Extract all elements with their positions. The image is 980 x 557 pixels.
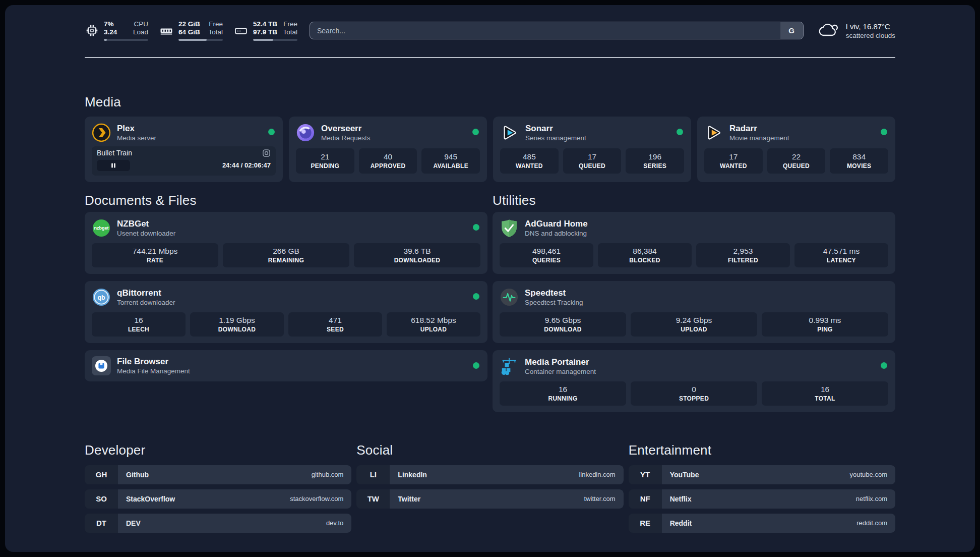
search-engine-button[interactable]: G xyxy=(780,22,803,39)
bookmark-name: YouTube xyxy=(670,471,699,479)
weather-condition: scattered clouds xyxy=(846,31,895,40)
card-subtitle: Media server xyxy=(117,134,156,142)
speedtest-icon xyxy=(500,288,519,307)
card-subtitle: Media Requests xyxy=(321,134,371,142)
bookmark-youtube[interactable]: YT YouTubeyoutube.com xyxy=(629,465,895,484)
bookmark-url: netflix.com xyxy=(856,495,887,503)
nzbget-card[interactable]: nzbget NZBGet Usenet downloader 744.21 M… xyxy=(85,212,487,274)
cpu-progress-bar xyxy=(104,39,148,41)
stat-box: 39.6 TBDOWNLOADED xyxy=(354,243,480,267)
documents-column: Documents & Files nzbget xyxy=(85,193,487,381)
radarr-card[interactable]: Radarr Movie management 17WANTED 22QUEUE… xyxy=(697,117,895,182)
ram-free: 22 GiB xyxy=(178,20,200,28)
adguard-icon xyxy=(500,218,519,238)
entertainment-column: Entertainment YT YouTubeyoutube.com NF N… xyxy=(629,442,895,533)
search-bar: G xyxy=(310,22,804,39)
bookmark-dev[interactable]: DT DEVdev.to xyxy=(85,514,351,533)
pause-button[interactable] xyxy=(97,160,130,171)
qbittorrent-icon: qb xyxy=(92,288,111,307)
pause-icon xyxy=(110,162,116,169)
bookmark-netflix[interactable]: NF Netflixnetflix.com xyxy=(629,489,895,509)
bookmark-url: dev.to xyxy=(326,519,343,527)
social-column: Social LI LinkedInlinkedin.com TW Twitte… xyxy=(356,442,623,509)
plex-card[interactable]: Plex Media server Bullet Train xyxy=(85,117,283,182)
card-title: File Browser xyxy=(117,356,190,367)
bookmark-abbr: LI xyxy=(356,465,390,484)
bookmark-url: stackoverflow.com xyxy=(290,495,343,503)
adguard-card[interactable]: AdGuard Home DNS and adblocking 498,461Q… xyxy=(493,212,895,274)
stat-box: 21PENDING xyxy=(296,148,354,174)
card-subtitle: Usenet downloader xyxy=(117,229,175,238)
bookmark-stackoverflow[interactable]: SO StackOverflowstackoverflow.com xyxy=(85,489,351,509)
card-subtitle: Container management xyxy=(525,367,596,376)
playback-time: 24:44 / 02:06:47 xyxy=(222,161,271,169)
bookmark-twitter[interactable]: TW Twittertwitter.com xyxy=(356,489,623,509)
speedtest-card[interactable]: Speedtest Speedtest Tracking 9.65 GbpsDO… xyxy=(493,281,895,343)
media-section-heading: Media xyxy=(85,94,895,109)
developer-section-heading: Developer xyxy=(85,442,351,458)
weather-widget: Lviv, 16.87°C scattered clouds xyxy=(818,21,895,40)
bookmark-abbr: SO xyxy=(85,489,118,509)
bookmark-name: StackOverflow xyxy=(126,495,175,503)
card-title: Sonarr xyxy=(525,123,586,134)
ram-progress-bar xyxy=(178,39,223,41)
bookmark-name: Netflix xyxy=(670,495,692,503)
sonarr-card[interactable]: Sonarr Series management 485WANTED 17QUE… xyxy=(493,117,691,182)
documents-section-heading: Documents & Files xyxy=(85,193,487,208)
portainer-icon xyxy=(500,357,519,376)
dashboard: 7%CPU 3.24Load xyxy=(5,5,975,552)
entertainment-section-heading: Entertainment xyxy=(629,442,895,458)
header-divider xyxy=(85,57,895,58)
status-dot xyxy=(473,362,479,369)
bookmark-name: LinkedIn xyxy=(398,471,427,479)
overseerr-card[interactable]: Overseerr Media Requests 21PENDING 40APP… xyxy=(289,117,487,182)
stat-box: 47.571 msLATENCY xyxy=(794,243,888,267)
bookmark-abbr: NF xyxy=(629,489,662,509)
bookmark-abbr: RE xyxy=(629,514,662,533)
load-label: Load xyxy=(133,28,148,36)
social-section-heading: Social xyxy=(356,442,623,458)
bookmark-reddit[interactable]: RE Redditreddit.com xyxy=(629,514,895,533)
bookmark-url: github.com xyxy=(312,471,344,478)
card-title: Plex xyxy=(117,123,156,134)
card-subtitle: Movie management xyxy=(729,134,789,142)
bookmark-linkedin[interactable]: LI LinkedInlinkedin.com xyxy=(356,465,623,484)
bookmark-github[interactable]: GH Githubgithub.com xyxy=(85,465,351,484)
stat-box: 16RUNNING xyxy=(500,381,626,406)
filebrowser-card[interactable]: File Browser Media File Management xyxy=(85,350,487,381)
disk-total: 97.9 TB xyxy=(253,28,277,36)
search-input[interactable] xyxy=(310,22,780,39)
card-title: NZBGet xyxy=(117,218,175,229)
disk-icon xyxy=(234,24,248,38)
stat-box: 945AVAILABLE xyxy=(421,148,480,174)
status-dot xyxy=(268,129,275,135)
bookmark-abbr: GH xyxy=(85,465,118,484)
status-dot xyxy=(677,129,683,135)
sonarr-icon xyxy=(500,123,519,142)
overseerr-icon xyxy=(296,123,315,142)
ram-total: 64 GiB xyxy=(178,28,200,36)
nzbget-icon: nzbget xyxy=(92,218,111,238)
qbittorrent-card[interactable]: qb qBittorrent Torrent downloader 16LEEC… xyxy=(85,281,487,343)
stat-box: 618.52 MbpsUPLOAD xyxy=(387,312,480,337)
memory-stat: 22 GiBFree 64 GiBTotal xyxy=(159,20,223,41)
storage-stat: 52.4 TBFree 97.9 TBTotal xyxy=(234,20,297,41)
bookmark-abbr: YT xyxy=(629,465,662,484)
system-stats: 7%CPU 3.24Load xyxy=(85,20,297,41)
stat-box: 17QUEUED xyxy=(563,148,622,174)
card-subtitle: Media File Management xyxy=(117,367,190,375)
card-title: Media Portainer xyxy=(525,357,596,367)
stat-box: 9.65 GbpsDOWNLOAD xyxy=(500,312,626,337)
portainer-card[interactable]: Media Portainer Container management 16R… xyxy=(493,350,895,412)
card-title: Radarr xyxy=(729,123,789,134)
session-icon[interactable] xyxy=(262,149,271,157)
card-subtitle: Torrent downloader xyxy=(117,298,175,307)
status-dot xyxy=(472,129,479,135)
status-dot xyxy=(473,293,479,300)
weather-location: Lviv, 16.87°C xyxy=(846,22,895,31)
stat-box: 471SEED xyxy=(288,312,382,337)
filebrowser-icon xyxy=(92,356,111,375)
media-grid: Plex Media server Bullet Train xyxy=(85,117,895,182)
total-label: Total xyxy=(208,28,223,36)
card-title: Overseerr xyxy=(321,123,371,134)
